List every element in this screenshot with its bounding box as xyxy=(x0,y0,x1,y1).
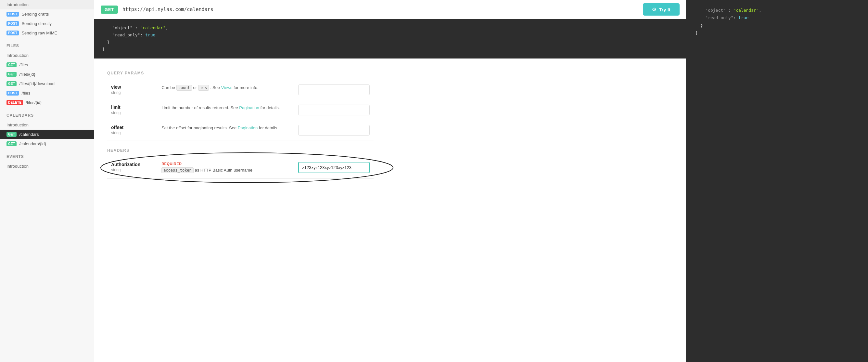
right-code-block: "object" : "calendar", "read_only": true… xyxy=(686,0,868,43)
param-input-cell xyxy=(294,80,374,100)
sidebar-item-events-introduction[interactable]: Introduction xyxy=(0,161,94,171)
param-name: offset xyxy=(111,125,154,130)
sidebar-item-label: /calendars xyxy=(19,132,39,137)
param-desc-auth: access_token as HTTP Basic Auth username xyxy=(161,168,252,173)
code-snippet-access-token: access_token xyxy=(161,168,194,173)
sidebar-item-label: /calendars/{id} xyxy=(19,141,46,146)
table-row: Authorization string REQUIRED access_tok… xyxy=(107,157,374,178)
param-name-auth: Authorization xyxy=(111,162,154,167)
sidebar-item-sending-raw-mime[interactable]: POST Sending raw MIME xyxy=(0,28,94,38)
badge-get: GET xyxy=(6,72,17,77)
sidebar-item-label: /files xyxy=(19,62,28,67)
pagination-link[interactable]: Pagination xyxy=(239,105,259,110)
param-desc: Can be count or ids . See Views for more… xyxy=(161,85,258,90)
sidebar-item-files-introduction[interactable]: Introduction xyxy=(0,51,94,60)
badge-get: GET xyxy=(6,62,17,67)
sidebar-section-calendars: CALENDARS xyxy=(0,107,94,120)
query-params-heading: QUERY PARAMS xyxy=(107,71,374,76)
badge-post: POST xyxy=(6,12,19,17)
ellipse-container: Authorization string REQUIRED access_tok… xyxy=(107,157,374,186)
sidebar-item-label: Sending drafts xyxy=(22,12,49,17)
badge-get: GET xyxy=(6,81,17,86)
param-input-cell xyxy=(294,100,374,120)
code-snippet: count xyxy=(176,85,192,91)
badge-get: GET xyxy=(6,132,17,137)
badge-get: GET xyxy=(6,141,17,146)
try-it-icon: ⊙ xyxy=(652,6,656,12)
sidebar-item-files-id-get[interactable]: GET /files/{id} xyxy=(0,69,94,79)
badge-delete: DELETE xyxy=(6,100,23,105)
sidebar-item-label: /files/{id} xyxy=(19,72,35,77)
param-desc: Limit the number of results returned. Se… xyxy=(161,105,280,110)
badge-post: POST xyxy=(6,21,19,26)
table-row: view string Can be count or ids . See Vi… xyxy=(107,80,374,100)
table-row: limit string Limit the number of results… xyxy=(107,100,374,120)
sidebar-item-label: /files xyxy=(22,91,30,95)
headers-table: Authorization string REQUIRED access_tok… xyxy=(107,157,374,179)
doc-area: QUERY PARAMS view string Can be count or… xyxy=(94,59,386,201)
sidebar-item-sending-directly[interactable]: POST Sending directly xyxy=(0,19,94,28)
sidebar-item-calendars-get[interactable]: GET /calendars xyxy=(0,130,94,139)
param-desc: Set the offset for paginating results. S… xyxy=(161,125,278,130)
pagination-link-2[interactable]: Pagination xyxy=(238,125,258,130)
authorization-input[interactable] xyxy=(298,162,370,173)
required-badge: REQUIRED xyxy=(161,162,290,166)
badge-post: POST xyxy=(6,91,19,95)
param-name: view xyxy=(111,85,154,90)
sidebar-section-events: EVENTS xyxy=(0,149,94,161)
sidebar-item-files-get[interactable]: GET /files xyxy=(0,60,94,69)
sidebar-item-label: /files/{id} xyxy=(26,100,41,105)
sidebar-item-calendars-id-get[interactable]: GET /calendars/{id} xyxy=(0,139,94,149)
right-panel: "object" : "calendar", "read_only": true… xyxy=(686,0,868,362)
param-name: limit xyxy=(111,104,154,110)
try-it-label: Try It xyxy=(659,7,671,12)
try-it-button[interactable]: ⊙ Try It xyxy=(643,3,680,16)
code-preview: "object" : "calendar", "read_only": true… xyxy=(94,19,686,59)
badge-post: POST xyxy=(6,31,19,35)
param-input-cell xyxy=(294,120,374,140)
query-params-table: view string Can be count or ids . See Vi… xyxy=(107,80,374,140)
headers-heading: HEADERS xyxy=(107,148,374,153)
auth-input-cell xyxy=(294,157,374,178)
endpoint-url: https://api.nylas.com/calendars xyxy=(122,6,213,12)
main-scroll: GET https://api.nylas.com/calendars ⊙ Tr… xyxy=(94,0,686,362)
offset-input[interactable] xyxy=(298,125,370,135)
param-type: string xyxy=(111,111,121,115)
sidebar-item-sending-drafts[interactable]: POST Sending drafts xyxy=(0,9,94,19)
code-snippet: ids xyxy=(198,85,209,91)
sidebar-item-label: /files/{id}/download xyxy=(19,81,54,86)
limit-input[interactable] xyxy=(298,104,370,115)
table-row: offset string Set the offset for paginat… xyxy=(107,120,374,140)
top-bar: GET https://api.nylas.com/calendars ⊙ Tr… xyxy=(94,0,686,19)
param-type: string xyxy=(111,131,121,135)
sidebar-item-calendars-introduction[interactable]: Introduction xyxy=(0,120,94,130)
param-type: string xyxy=(111,90,121,95)
param-type-auth: string xyxy=(111,168,121,172)
sidebar: Introduction POST Sending drafts POST Se… xyxy=(0,0,94,362)
views-link[interactable]: Views xyxy=(221,85,232,90)
sidebar-item-files-id-download-get[interactable]: GET /files/{id}/download xyxy=(0,79,94,88)
sidebar-item-files-id-delete[interactable]: DELETE /files/{id} xyxy=(0,98,94,107)
sidebar-item-files-post[interactable]: POST /files xyxy=(0,88,94,98)
sidebar-section-files: FILES xyxy=(0,38,94,51)
sidebar-item-label: Sending directly xyxy=(22,21,52,26)
method-badge: GET xyxy=(101,5,118,13)
content-area: GET https://api.nylas.com/calendars ⊙ Tr… xyxy=(94,0,868,362)
sidebar-item-label: Sending raw MIME xyxy=(22,31,57,35)
sidebar-item-introduction-top[interactable]: Introduction xyxy=(0,0,94,9)
view-input[interactable] xyxy=(298,85,370,95)
